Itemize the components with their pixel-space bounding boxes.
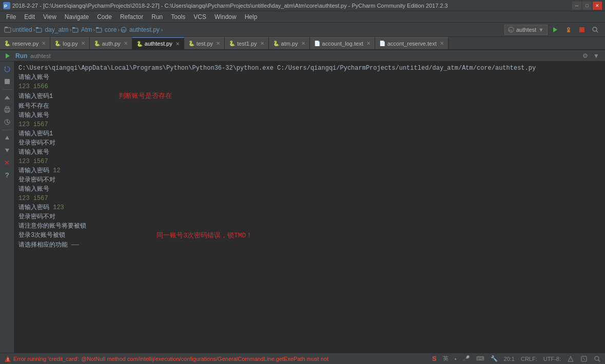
breadcrumb-core-label: core xyxy=(105,26,116,33)
menu-edit[interactable]: Edit xyxy=(20,12,39,22)
status-right: S 英 • 🎤 ⌨ 🔧 20:1 CRLF: UTF-8: ! xyxy=(432,355,601,362)
breadcrumb-authtest[interactable]: py authtest.py › xyxy=(121,26,163,33)
tab-reserve-label: reserve.py xyxy=(12,41,38,47)
menu-code[interactable]: Code xyxy=(93,12,116,22)
app-icon: P xyxy=(3,2,10,9)
output-line-17: 请注意你的账号将要被锁 xyxy=(18,221,601,231)
pin-button[interactable] xyxy=(2,116,13,128)
output-area[interactable]: C:\Users\qiangqi\AppData\Local\Programs\… xyxy=(14,62,605,353)
title-bar: P 2018-2-27 - [C:\Users\qiangqi\PycharmP… xyxy=(0,0,605,11)
tab-atm-close[interactable]: ✕ xyxy=(301,41,305,46)
menu-help[interactable]: Help xyxy=(241,12,262,22)
tab-accont-reserve-close[interactable]: ✕ xyxy=(440,41,444,46)
output-line-3: 请输入密码1 判断账号是否存在 xyxy=(18,91,601,102)
menu-refactor[interactable]: Refactor xyxy=(116,12,147,22)
minimize-button[interactable]: ─ xyxy=(572,2,581,10)
close-panel-button[interactable]: ✕ xyxy=(2,157,13,168)
tab-atm[interactable]: 🐍 atm.py ✕ xyxy=(269,37,310,49)
keyboard-icon: ⌨ xyxy=(476,355,484,362)
run-config-label: authtest xyxy=(516,27,536,33)
tab-reserve[interactable]: 🐍 reserve.py ✕ xyxy=(0,37,50,49)
tab-reserve-close[interactable]: ✕ xyxy=(42,41,46,46)
close-button[interactable]: ✕ xyxy=(593,2,602,10)
svg-line-42 xyxy=(598,360,600,361)
tab-test-close[interactable]: ✕ xyxy=(216,41,220,46)
network-icon: • xyxy=(455,356,457,362)
position-indicator: 20:1 xyxy=(504,356,515,362)
menu-file[interactable]: File xyxy=(2,12,20,22)
down-button[interactable] xyxy=(2,145,13,156)
menu-navigate[interactable]: Navigate xyxy=(61,12,93,22)
svg-rect-19 xyxy=(579,27,584,32)
breadcrumb-day-atm[interactable]: day_atm xyxy=(36,26,68,33)
svg-text:py: py xyxy=(122,28,126,32)
svg-text:!: ! xyxy=(7,357,9,362)
tab-authtest[interactable]: 🐍 authtest.py ✕ xyxy=(132,37,184,49)
tab-account-log-close[interactable]: ✕ xyxy=(366,41,370,46)
print-button[interactable] xyxy=(2,104,13,115)
tab-auth-label: auth.py xyxy=(102,41,121,47)
output-line-8: 登录密码不对 xyxy=(18,138,601,148)
search-everywhere-button[interactable] xyxy=(590,25,601,35)
tab-log[interactable]: 🐍 log.py ✕ xyxy=(50,37,89,49)
tab-test1[interactable]: 🐍 test1.py ✕ xyxy=(225,37,269,49)
tab-account-log-icon: 📄 xyxy=(314,41,320,46)
output-path-line: C:\Users\qiangqi\AppData\Local\Programs\… xyxy=(18,64,601,73)
svg-rect-7 xyxy=(72,27,75,29)
breadcrumb-sep-1: › xyxy=(33,27,35,33)
menu-view[interactable]: View xyxy=(39,12,61,22)
output-line-14: 123 i567 xyxy=(18,194,601,203)
status-error-text: Error running 'credit_card': @NotNull me… xyxy=(13,356,328,362)
svg-point-20 xyxy=(593,27,597,31)
tab-bar: 🐍 reserve.py ✕ 🐍 log.py ✕ 🐍 auth.py ✕ 🐍 … xyxy=(0,37,605,50)
separator-1 xyxy=(3,89,12,90)
tab-auth-icon: 🐍 xyxy=(94,41,100,46)
breadcrumb-atm[interactable]: Atm xyxy=(72,26,92,33)
tab-auth-close[interactable]: ✕ xyxy=(124,41,128,46)
svg-text:!: ! xyxy=(570,357,571,361)
tab-accont-reserve[interactable]: 📄 accont_reserve.text ✕ xyxy=(375,37,448,49)
breadcrumb-core[interactable]: core xyxy=(96,26,116,33)
tab-authtest-close[interactable]: ✕ xyxy=(175,41,180,47)
main-layout: ✕ ? C:\Users\qiangqi\AppData\Local\Progr… xyxy=(0,62,605,353)
window-controls[interactable]: ─ □ ✕ xyxy=(572,2,602,10)
panel-settings-button[interactable]: ⚙ xyxy=(581,52,590,60)
tab-account-log[interactable]: 📄 account_log.text ✕ xyxy=(310,37,375,49)
menu-tools[interactable]: Tools xyxy=(167,12,189,22)
breadcrumb-untitled[interactable]: untitled xyxy=(12,26,32,33)
run-config-dropdown[interactable]: py authtest ▼ xyxy=(504,25,548,35)
tab-log-icon: 🐍 xyxy=(54,41,61,46)
scroll-end-button[interactable] xyxy=(2,92,13,103)
maximize-button[interactable]: □ xyxy=(582,2,592,10)
tab-atm-icon: 🐍 xyxy=(273,41,279,46)
breadcrumb-right: py authtest ▼ xyxy=(504,25,601,35)
menu-window[interactable]: Window xyxy=(210,12,241,22)
tab-test1-close[interactable]: ✕ xyxy=(260,41,264,46)
menu-run[interactable]: Run xyxy=(147,12,167,22)
tab-authtest-icon: 🐍 xyxy=(136,41,143,47)
breadcrumb-chevron: › xyxy=(161,27,163,33)
stop-button[interactable] xyxy=(576,25,588,35)
up-button[interactable] xyxy=(2,132,13,144)
tab-test[interactable]: 🐍 test.py ✕ xyxy=(184,37,225,49)
svg-line-21 xyxy=(596,31,598,32)
svg-marker-26 xyxy=(5,96,9,98)
run-button[interactable] xyxy=(550,25,561,35)
rerun-button[interactable] xyxy=(2,64,13,75)
output-line-1: 请输入账号 xyxy=(18,73,601,82)
run-config-chevron: ▼ xyxy=(538,27,544,33)
tab-test1-label: test1.py xyxy=(237,41,257,47)
breadcrumb-sep-2: › xyxy=(69,27,71,33)
panel-collapse-button[interactable]: ▼ xyxy=(592,52,601,60)
tab-test-icon: 🐍 xyxy=(188,41,194,46)
output-line-6: 123 i567 xyxy=(18,120,601,129)
search-icon-status[interactable] xyxy=(594,355,601,362)
svg-point-41 xyxy=(595,356,599,360)
tab-log-close[interactable]: ✕ xyxy=(81,41,85,46)
help-button[interactable]: ? xyxy=(2,169,13,180)
debug-button[interactable] xyxy=(563,25,574,35)
menu-vcs[interactable]: VCS xyxy=(189,12,210,22)
stop-run-button[interactable] xyxy=(2,76,13,87)
tab-auth[interactable]: 🐍 auth.py ✕ xyxy=(90,37,132,49)
tab-log-label: log.py xyxy=(63,41,77,47)
